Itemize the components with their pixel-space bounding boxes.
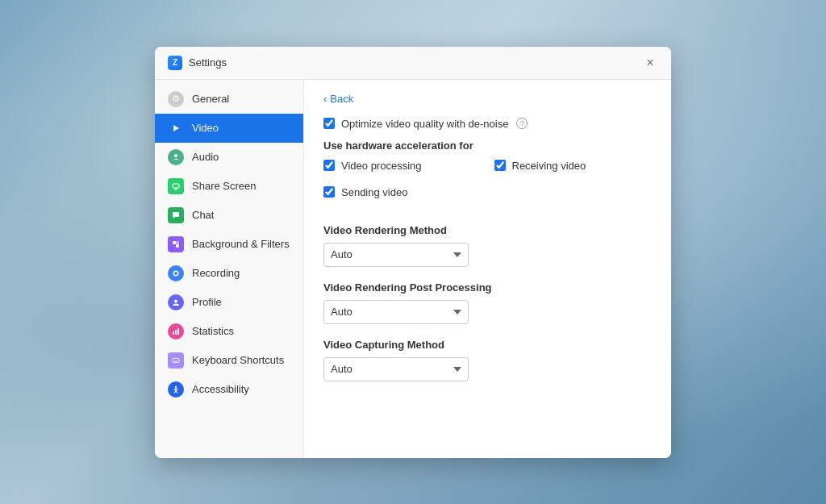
svg-rect-7	[176, 241, 179, 244]
svg-rect-11	[173, 331, 174, 335]
capturing-method-title: Video Capturing Method	[323, 339, 652, 351]
rendering-post-title: Video Rendering Post Processing	[323, 281, 652, 294]
sidebar-label-general: General	[192, 93, 229, 105]
sidebar-label-video: Video	[192, 122, 219, 134]
app-icon: Z	[168, 56, 182, 70]
svg-point-9	[174, 272, 177, 275]
video-icon	[168, 120, 184, 136]
sending-video-label: Sending video	[341, 186, 407, 198]
sidebar-item-accessibility[interactable]: Accessibility	[155, 375, 303, 404]
svg-rect-12	[175, 330, 177, 335]
chat-icon	[168, 207, 184, 223]
settings-modal: Z Settings × ⚙ General Video	[155, 47, 671, 458]
rendering-method-title: Video Rendering Method	[323, 224, 652, 236]
receiving-video-row: Receiving video	[494, 160, 653, 172]
video-processing-label: Video processing	[341, 160, 422, 172]
sidebar-label-profile: Profile	[192, 296, 222, 308]
sidebar-item-keyboard[interactable]: Keyboard Shortcuts	[155, 346, 303, 375]
svg-rect-2	[173, 184, 179, 188]
title-area: Z Settings	[168, 56, 227, 70]
svg-rect-5	[173, 241, 176, 244]
help-icon[interactable]: ?	[516, 118, 528, 129]
modal-header: Z Settings ×	[155, 47, 671, 80]
svg-line-23	[176, 391, 177, 394]
recording-icon	[168, 265, 184, 281]
capturing-method-dropdown[interactable]: Auto Direct3D11 Direct3D9 OpenGL	[323, 357, 469, 381]
hw-accel-title: Use hardware acceleration for	[323, 140, 652, 152]
hw-accel-section: Use hardware acceleration for Video proc…	[323, 140, 652, 208]
close-button[interactable]: ×	[642, 55, 658, 71]
bgfilters-icon	[168, 236, 184, 252]
modal-title: Settings	[189, 56, 227, 69]
back-label: Back	[330, 93, 353, 105]
accessibility-icon	[168, 381, 184, 398]
sidebar-label-sharescreen: Share Screen	[192, 180, 257, 192]
svg-rect-13	[177, 328, 179, 335]
sidebar-label-statistics: Statistics	[192, 325, 234, 337]
sharescreen-icon	[168, 178, 184, 194]
rendering-method-section: Video Rendering Method Auto Direct3D11 D…	[323, 224, 652, 267]
sidebar-item-profile[interactable]: Profile	[155, 288, 303, 317]
sidebar-label-bgfilters: Background & Filters	[192, 238, 290, 250]
back-chevron-icon: ‹	[323, 93, 327, 105]
sidebar-label-chat: Chat	[192, 209, 214, 221]
sidebar-item-sharescreen[interactable]: Share Screen	[155, 172, 303, 201]
sidebar-item-video[interactable]: Video	[155, 114, 303, 143]
audio-icon	[168, 149, 184, 165]
rendering-post-section: Video Rendering Post Processing Auto Dir…	[323, 281, 652, 324]
statistics-icon	[168, 323, 184, 339]
sidebar-label-keyboard: Keyboard Shortcuts	[192, 354, 284, 366]
optimize-row: Optimize video quality with de-noise ?	[323, 118, 652, 130]
sidebar-item-recording[interactable]: Recording	[155, 259, 303, 288]
receiving-video-checkbox[interactable]	[494, 160, 506, 171]
svg-point-19	[175, 385, 177, 387]
sidebar-item-chat[interactable]: Chat	[155, 201, 303, 230]
svg-rect-6	[176, 244, 179, 248]
rendering-post-dropdown[interactable]: Auto Direct3D11 Direct3D9 OpenGL	[323, 300, 469, 324]
video-processing-row: Video processing	[323, 160, 482, 172]
svg-point-10	[174, 299, 177, 302]
sidebar-item-general[interactable]: ⚙ General	[155, 85, 303, 114]
general-icon: ⚙	[168, 91, 184, 107]
sidebar-label-audio: Audio	[192, 151, 219, 163]
sidebar-item-statistics[interactable]: Statistics	[155, 317, 303, 346]
rendering-method-dropdown[interactable]: Auto Direct3D11 Direct3D9 OpenGL	[323, 243, 469, 267]
profile-icon	[168, 294, 184, 310]
video-processing-checkbox[interactable]	[323, 160, 335, 171]
sidebar-label-accessibility: Accessibility	[192, 383, 249, 395]
keyboard-icon	[168, 352, 184, 369]
sending-video-checkbox[interactable]	[323, 186, 335, 198]
optimize-checkbox[interactable]	[323, 118, 335, 129]
modal-body: ⚙ General Video Audio Share Screen	[155, 80, 671, 458]
sending-video-row: Sending video	[323, 186, 482, 198]
capturing-method-section: Video Capturing Method Auto Direct3D11 D…	[323, 339, 652, 381]
sidebar-item-audio[interactable]: Audio	[155, 143, 303, 172]
sidebar: ⚙ General Video Audio Share Screen	[155, 80, 304, 458]
back-link[interactable]: ‹ Back	[323, 93, 353, 105]
optimize-label: Optimize video quality with de-noise	[341, 118, 508, 130]
hw-accel-grid: Video processing Receiving video Sending…	[323, 160, 652, 208]
svg-marker-0	[173, 125, 179, 131]
receiving-video-label: Receiving video	[512, 160, 586, 172]
sidebar-item-bgfilters[interactable]: Background & Filters	[155, 230, 303, 259]
sidebar-label-recording: Recording	[192, 267, 240, 279]
svg-point-1	[174, 154, 177, 157]
content-area: ‹ Back Optimize video quality with de-no…	[304, 80, 671, 458]
svg-rect-14	[173, 358, 179, 362]
close-icon: ×	[646, 56, 653, 70]
